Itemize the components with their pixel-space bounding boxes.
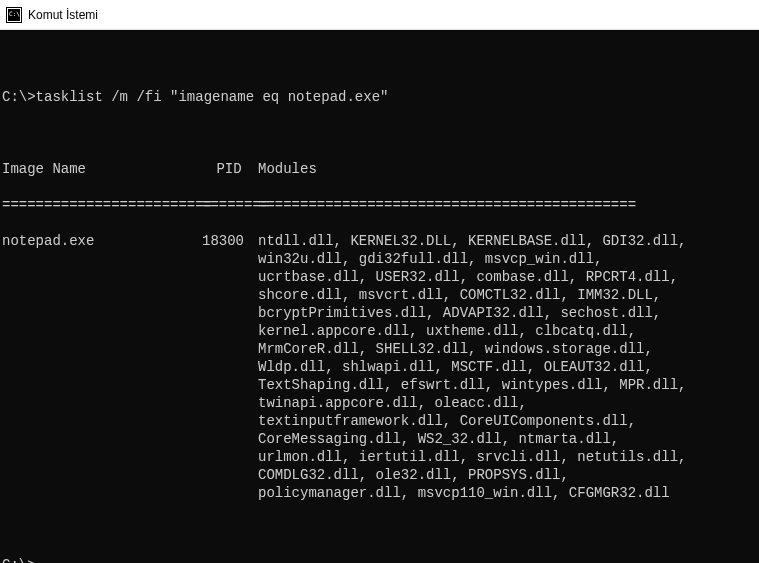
command-line-current: C:\> [2,556,757,563]
separator-modules: ========================================… [258,196,688,214]
window-titlebar[interactable]: C:\ Komut İstemi [0,0,759,30]
command-line: C:\>tasklist /m /fi "imagename eq notepa… [2,88,757,106]
prompt-path: C:\> [2,88,36,106]
blank-line [2,52,757,70]
cell-pid: 18300 [202,232,258,502]
terminal-output[interactable]: C:\>tasklist /m /fi "imagename eq notepa… [0,30,759,563]
blank-line [2,520,757,538]
svg-text:C:\: C:\ [9,10,20,17]
window-title: Komut İstemi [28,8,98,22]
command-text: tasklist /m /fi "imagename eq notepad.ex… [36,88,389,106]
header-pid: PID [202,160,258,178]
header-image-name: Image Name [2,160,202,178]
table-separator-row: ========================================… [2,196,757,214]
cell-modules: ntdll.dll, KERNEL32.DLL, KERNELBASE.dll,… [258,232,688,502]
table-data-row: notepad.exe18300 ntdll.dll, KERNEL32.DLL… [2,232,757,502]
table-header-row: Image NamePID Modules [2,160,757,178]
separator-image-name: ========================= [2,196,202,214]
header-modules: Modules [258,160,688,178]
separator-pid: ======== [202,196,258,214]
cmd-icon: C:\ [6,7,22,23]
blank-line [2,124,757,142]
prompt-path: C:\> [2,556,36,563]
cell-image-name: notepad.exe [2,232,202,502]
